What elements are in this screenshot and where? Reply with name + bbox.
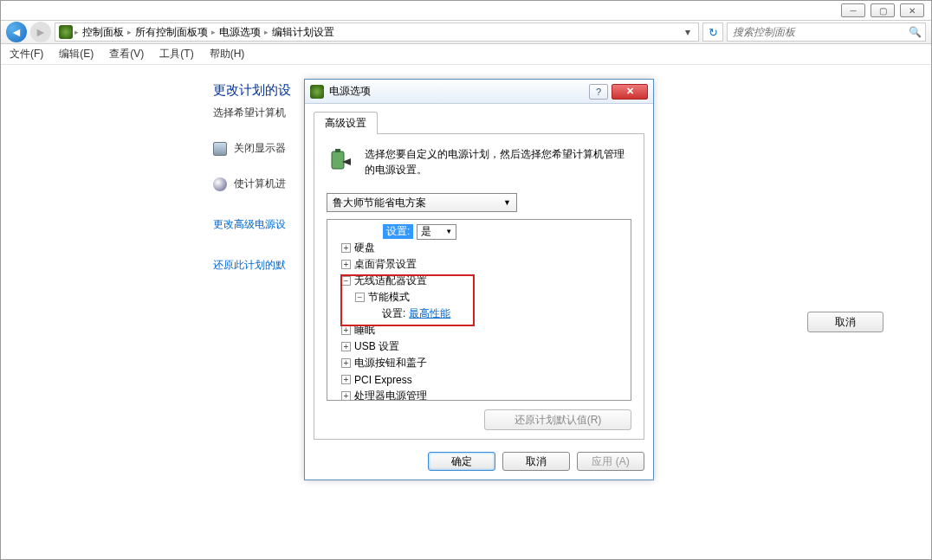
dialog-close-button[interactable]: ✕ (612, 84, 648, 100)
breadcrumb-item[interactable]: 编辑计划设置 (270, 25, 336, 40)
window-frame: ─ ▢ ✕ ◄ ► ▸ 控制面板 ▸ 所有控制面板项 ▸ 电源选项 ▸ 编辑计划… (0, 0, 932, 560)
breadcrumb-item[interactable]: 所有控制面板项 (133, 25, 210, 40)
chevron-down-icon: ▼ (445, 228, 452, 235)
search-icon[interactable]: 🔍 (909, 26, 922, 38)
cancel-button-underlay[interactable]: 取消 (807, 312, 883, 332)
setting-label-selected: 设置: (383, 224, 413, 239)
menu-bar: 文件(F) 编辑(E) 查看(V) 工具(T) 帮助(H) (1, 44, 931, 65)
power-plan-select[interactable]: 鲁大师节能省电方案 ▼ (327, 193, 517, 212)
tree-item-power-mode-setting[interactable]: 设置: 最高性能 (329, 306, 629, 322)
dialog-title: 电源选项 (329, 84, 589, 99)
power-icon (310, 85, 324, 99)
tree-item-usb[interactable]: + USB 设置 (329, 338, 629, 355)
svg-rect-0 (332, 151, 344, 169)
apply-button[interactable]: 应用 (A) (577, 452, 644, 471)
menu-help[interactable]: 帮助(H) (210, 47, 245, 61)
selected-plan-label: 鲁大师节能省电方案 (333, 196, 426, 210)
tree-item-wireless[interactable]: − 无线适配器设置 (329, 273, 629, 289)
expand-icon[interactable]: + (341, 342, 351, 351)
tree-item-pci-express[interactable]: + PCI Express (329, 371, 629, 388)
settings-tree[interactable]: 设置: 是 ▼ + 硬盘 + 桌面背景设置 (327, 219, 631, 401)
breadcrumb-item[interactable]: 控制面板 (81, 25, 126, 40)
tree-item-hdd[interactable]: + 硬盘 (329, 240, 629, 256)
maximize-button[interactable]: ▢ (871, 3, 895, 17)
chevron-down-icon: ▼ (503, 198, 511, 207)
power-options-dialog: 电源选项 ? ✕ 高级设置 选择您要自定义的电源计划，然后选择您希望计算机管理的… (304, 79, 654, 480)
forward-button: ► (30, 22, 51, 42)
expand-icon[interactable]: + (341, 243, 351, 253)
svg-rect-1 (335, 149, 340, 152)
monitor-icon (213, 142, 227, 156)
chevron-right-icon: ▸ (264, 28, 269, 36)
tree-item-desktop-bg[interactable]: + 桌面背景设置 (329, 256, 629, 273)
navigation-bar: ◄ ► ▸ 控制面板 ▸ 所有控制面板项 ▸ 电源选项 ▸ 编辑计划设置 ▾ ↻… (1, 20, 931, 44)
close-button[interactable]: ✕ (900, 3, 924, 17)
expand-icon[interactable]: + (341, 375, 351, 384)
tree-setting-row[interactable]: 设置: 是 ▼ (329, 223, 629, 240)
option-label: 使计算机进 (234, 177, 286, 191)
help-button[interactable]: ? (589, 84, 608, 100)
restore-defaults-button[interactable]: 还原计划默认值(R) (484, 409, 631, 430)
back-button[interactable]: ◄ (6, 22, 27, 42)
collapse-icon[interactable]: − (341, 276, 351, 286)
breadcrumb[interactable]: ▸ 控制面板 ▸ 所有控制面板项 ▸ 电源选项 ▸ 编辑计划设置 ▾ (55, 23, 699, 42)
chevron-right-icon: ▸ (127, 28, 132, 36)
window-titlebar: ─ ▢ ✕ (1, 1, 931, 20)
setting-value-link[interactable]: 最高性能 (409, 306, 450, 321)
tab-strip: 高级设置 (314, 111, 644, 133)
breadcrumb-item[interactable]: 电源选项 (217, 25, 262, 40)
dialog-button-row: 确定 取消 应用 (A) (314, 452, 644, 471)
setting-value-dropdown[interactable]: 是 ▼ (417, 224, 456, 240)
dialog-description: 选择您要自定义的电源计划，然后选择您希望计算机管理的电源设置。 (365, 146, 631, 177)
tree-item-sleep[interactable]: + 睡眠 (329, 322, 629, 338)
minimize-button[interactable]: ─ (841, 3, 865, 17)
breadcrumb-dropdown[interactable]: ▾ (681, 26, 695, 38)
dialog-body: 高级设置 选择您要自定义的电源计划，然后选择您希望计算机管理的电源设置。 鲁大师… (305, 104, 653, 480)
search-box[interactable]: 🔍 (727, 23, 926, 42)
collapse-icon[interactable]: − (355, 293, 365, 302)
tree-item-power-mode[interactable]: − 节能模式 (329, 289, 629, 306)
tab-advanced-settings[interactable]: 高级设置 (314, 112, 378, 134)
expand-icon[interactable]: + (341, 358, 351, 368)
tree-item-cpu-power[interactable]: + 处理器电源管理 (329, 388, 629, 401)
chevron-right-icon: ▸ (211, 28, 216, 36)
menu-edit[interactable]: 编辑(E) (59, 47, 94, 61)
menu-view[interactable]: 查看(V) (109, 47, 144, 61)
expand-icon[interactable]: + (341, 391, 351, 401)
cancel-button[interactable]: 取消 (502, 452, 570, 471)
moon-icon (213, 177, 227, 191)
ok-button[interactable]: 确定 (428, 452, 495, 471)
search-input[interactable] (731, 25, 909, 39)
expand-icon[interactable]: + (341, 325, 351, 335)
control-panel-icon (59, 25, 73, 39)
menu-tools[interactable]: 工具(T) (159, 47, 193, 61)
tab-panel: 选择您要自定义的电源计划，然后选择您希望计算机管理的电源设置。 鲁大师节能省电方… (314, 133, 644, 440)
option-label: 关闭显示器 (234, 141, 286, 156)
expand-icon[interactable]: + (341, 260, 351, 269)
refresh-button[interactable]: ↻ (702, 23, 723, 42)
battery-plug-icon (327, 146, 354, 174)
menu-file[interactable]: 文件(F) (10, 47, 43, 61)
tree-item-power-button[interactable]: + 电源按钮和盖子 (329, 355, 629, 371)
dialog-titlebar[interactable]: 电源选项 ? ✕ (305, 80, 653, 104)
chevron-right-icon: ▸ (74, 28, 79, 36)
